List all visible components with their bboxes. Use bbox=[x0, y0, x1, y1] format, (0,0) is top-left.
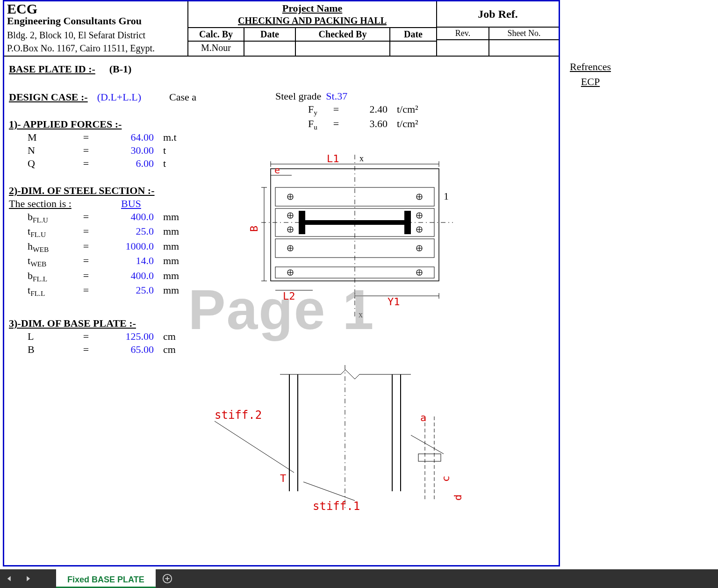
sheet-tab-bar: Fixed BASE PLATE bbox=[0, 569, 718, 588]
svg-line-64 bbox=[215, 421, 294, 473]
svg-marker-77 bbox=[27, 576, 30, 581]
design-case-value: (D.L+L.L) bbox=[97, 91, 141, 103]
svg-text:L2: L2 bbox=[283, 290, 295, 302]
calc-by-value: M.Nour bbox=[190, 43, 242, 53]
svg-text:B: B bbox=[248, 226, 260, 232]
tab-scroll-right-icon[interactable] bbox=[19, 569, 37, 588]
date-label: Date bbox=[244, 28, 295, 42]
svg-text:T: T bbox=[280, 473, 286, 484]
sheet-tab-label: Fixed BASE PLATE bbox=[67, 575, 144, 585]
jobref-block: Job Ref. Rev. Sheet No. bbox=[436, 1, 559, 56]
steel-grade-block: Steel grade St.37 Fy = 2.40 t/cm² Fu = 3… bbox=[275, 89, 418, 133]
address-2: P.O.Box No. 1167, Cairo 11511, Egypt. bbox=[7, 43, 185, 54]
svg-text:c: c bbox=[440, 476, 452, 482]
plate-row-l: L= 125.00cm bbox=[28, 330, 554, 343]
svg-rect-70 bbox=[418, 454, 441, 461]
svg-text:Y1: Y1 bbox=[388, 296, 400, 308]
address-1: Bldg. 2, Block 10, El Sefarat District bbox=[7, 29, 185, 41]
svg-marker-76 bbox=[7, 576, 11, 581]
baseplate-id-label: BASE PLATE ID :- bbox=[9, 63, 95, 75]
svg-text:stiff.1: stiff.1 bbox=[313, 500, 360, 513]
title-block: ECG Engineering Consultants Grou Bldg. 2… bbox=[4, 1, 559, 57]
steel-grade-label: Steel grade bbox=[275, 90, 321, 102]
section-is-label: The section is : bbox=[9, 198, 102, 210]
sheet-label: Sheet No. bbox=[489, 28, 559, 40]
project-name: CHECKING AND PACKING HALL bbox=[190, 15, 434, 26]
company-short: ECG bbox=[7, 3, 185, 14]
baseplate-plan-diagram: L1 x e B L2 Y1 bbox=[247, 150, 467, 323]
force-row-m: M= 64.00m.t bbox=[28, 131, 554, 143]
svg-text:x: x bbox=[359, 310, 363, 319]
tab-scroll-left-icon[interactable] bbox=[0, 569, 19, 588]
fy-value: 2.40 bbox=[345, 103, 388, 115]
calc-sheet: ECG Engineering Consultants Grou Bldg. 2… bbox=[3, 0, 560, 566]
sheet-tab-active[interactable]: Fixed BASE PLATE bbox=[56, 569, 156, 588]
company-block: ECG Engineering Consultants Grou Bldg. 2… bbox=[4, 1, 187, 56]
svg-text:x: x bbox=[359, 154, 364, 163]
section-is-value: BUS bbox=[121, 198, 141, 210]
svg-text:stiff.2: stiff.2 bbox=[215, 409, 262, 422]
references-code: ECP bbox=[560, 76, 621, 88]
svg-line-66 bbox=[303, 482, 355, 501]
job-ref-label: Job Ref. bbox=[437, 1, 559, 28]
svg-text:1: 1 bbox=[444, 190, 449, 202]
baseplate-elevation-diagram: stiff.2 stiff.1 a c d T bbox=[205, 360, 476, 524]
svg-text:d: d bbox=[452, 495, 464, 501]
baseplate-id-value: (B-1) bbox=[109, 63, 132, 75]
references-label: Refrences bbox=[560, 61, 621, 73]
design-case-label: DESIGN CASE :- bbox=[9, 91, 88, 103]
rev-label: Rev. bbox=[437, 28, 488, 40]
svg-line-71 bbox=[411, 435, 444, 454]
company-full: Engineering Consultants Grou bbox=[7, 15, 185, 27]
plate-row-b: B= 65.00cm bbox=[28, 344, 554, 356]
project-label: Project Name bbox=[190, 2, 434, 14]
add-sheet-button[interactable] bbox=[156, 569, 179, 588]
fu-unit: t/cm² bbox=[388, 118, 418, 130]
svg-text:e: e bbox=[274, 165, 280, 176]
design-case-name: Case a bbox=[169, 91, 196, 103]
calc-by-label: Calc. By bbox=[188, 28, 244, 42]
references-margin: Refrences ECP bbox=[560, 61, 621, 88]
fy-unit: t/cm² bbox=[388, 103, 418, 115]
project-block: Project Name CHECKING AND PACKING HALL C… bbox=[187, 1, 436, 56]
steel-grade-value: St.37 bbox=[326, 90, 347, 102]
svg-text:L1: L1 bbox=[327, 153, 339, 165]
checked-by-label: Checked By bbox=[296, 28, 389, 42]
fu-value: 3.60 bbox=[345, 118, 388, 130]
svg-text:a: a bbox=[420, 412, 426, 423]
date2-label: Date bbox=[390, 28, 436, 42]
